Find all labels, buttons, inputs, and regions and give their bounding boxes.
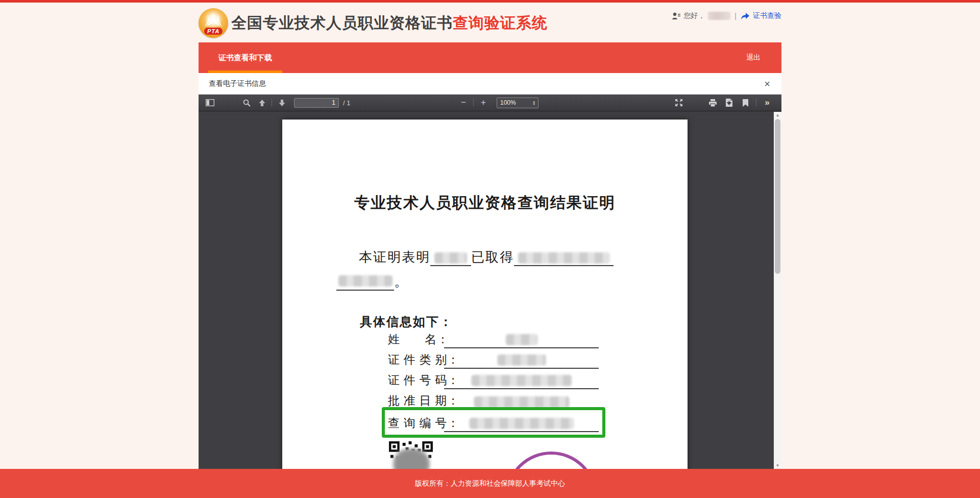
- redacted-qualification-continued: [336, 273, 394, 291]
- scroll-down-arrow-icon[interactable]: ▼: [774, 462, 781, 469]
- pta-logo: PTA: [199, 8, 228, 38]
- copyright-text: 版权所有：人力资源和社会保障部人事考试中心: [415, 479, 565, 488]
- more-tools-button[interactable]: »: [760, 97, 774, 109]
- search-button[interactable]: [239, 97, 254, 109]
- toolbar-separator: [473, 99, 474, 107]
- separator: |: [734, 12, 737, 20]
- document-intro-line1: 本证明表明已取得: [359, 248, 665, 266]
- pdf-viewport[interactable]: 专业技术人员职业资格查询结果证明 本证明表明已取得 。 具体信息如下： 姓 名：…: [199, 112, 774, 469]
- panel-title: 查看电子证书信息: [209, 79, 266, 88]
- toolbar-separator: [272, 99, 272, 107]
- previous-page-button[interactable]: [255, 97, 269, 109]
- redacted-value: [497, 354, 546, 366]
- download-button[interactable]: [722, 97, 736, 109]
- pdf-toolbar: / 1 − + 100% ▴▾: [199, 94, 781, 111]
- scrollbar-thumb[interactable]: [775, 119, 780, 274]
- zoom-out-button[interactable]: −: [456, 97, 471, 109]
- user-bar: 您好， | 证书查验: [672, 10, 781, 22]
- redacted-qualification-field: [514, 249, 614, 266]
- zoom-in-button[interactable]: +: [476, 97, 491, 109]
- user-name-redacted: [708, 12, 730, 20]
- qr-code: [389, 441, 433, 469]
- site-header: PTA 全国专业技术人员职业资格证书查询验证系统 您好， | 证书查验: [0, 3, 980, 42]
- logo-text: PTA: [204, 28, 223, 35]
- redacted-value: [474, 396, 569, 408]
- toolbar-right-group: »: [672, 97, 774, 109]
- toolbar-separator: [756, 99, 756, 107]
- field-underline: [444, 351, 599, 369]
- toolbar-zoom-group: − + 100% ▴▾: [456, 97, 538, 109]
- share-arrow-icon: [741, 12, 750, 20]
- zoom-level-select[interactable]: 100% ▴▾: [497, 98, 538, 108]
- redacted-value: [506, 334, 537, 345]
- official-seal-circle: [505, 452, 597, 469]
- toolbar-left-group: / 1: [203, 97, 350, 109]
- redacted-value: [338, 275, 393, 287]
- presentation-mode-button[interactable]: [672, 97, 686, 109]
- bookmark-button[interactable]: [738, 97, 752, 109]
- page-count-label: / 1: [343, 99, 350, 107]
- sidebar-toggle-button[interactable]: [203, 97, 217, 109]
- page-number-input[interactable]: [294, 98, 339, 108]
- brand: PTA 全国专业技术人员职业资格证书查询验证系统: [199, 6, 548, 40]
- user-icon: [672, 12, 680, 20]
- site-footer: 版权所有：人力资源和社会保障部人事考试中心: [0, 469, 980, 498]
- print-button[interactable]: [705, 97, 720, 109]
- pdf-page: 专业技术人员职业资格查询结果证明 本证明表明已取得 。 具体信息如下： 姓 名：…: [282, 120, 688, 469]
- vertical-scrollbar[interactable]: ▲ ▼: [774, 112, 781, 469]
- details-heading: 具体信息如下：: [360, 314, 453, 330]
- tab-label: 证书查看和下载: [218, 53, 272, 63]
- scroll-up-arrow-icon[interactable]: ▲: [774, 112, 781, 118]
- intro-prefix: 本证明表明: [359, 250, 430, 265]
- redacted-value: [434, 252, 467, 264]
- document-intro-line2: 。: [336, 273, 407, 291]
- intro-middle: 已取得: [471, 250, 514, 265]
- intro-period: 。: [394, 274, 407, 289]
- redacted-value: [471, 375, 572, 386]
- title-main: 全国专业技术人员职业资格证书: [231, 14, 453, 31]
- zoom-level-value: 100%: [500, 99, 516, 106]
- query-number-highlight-box: [382, 407, 605, 438]
- field-row-name: 姓 名：: [282, 330, 688, 350]
- redacted-name-field: [430, 249, 471, 266]
- main-navbar: 证书查看和下载 退出: [199, 42, 781, 73]
- title-accent: 查询验证系统: [453, 14, 548, 31]
- field-row-id-number: 证 件 号 码：: [282, 371, 688, 391]
- document-title: 专业技术人员职业资格查询结果证明: [282, 193, 688, 214]
- tab-cert-view-download[interactable]: 证书查看和下载: [208, 42, 282, 73]
- redacted-value: [518, 252, 610, 264]
- page-title: 全国专业技术人员职业资格证书查询验证系统: [231, 13, 548, 34]
- close-icon[interactable]: ×: [764, 79, 770, 89]
- field-row-id-type: 证 件 类 别：: [282, 350, 688, 371]
- greeting-label: 您好，: [683, 11, 705, 20]
- field-label: 姓 名：: [388, 331, 449, 347]
- field-underline: [444, 331, 599, 348]
- next-page-button[interactable]: [275, 97, 289, 109]
- logout-button[interactable]: 退出: [736, 42, 781, 73]
- field-underline: [444, 372, 599, 389]
- cert-verify-link[interactable]: 证书查验: [753, 11, 781, 20]
- panel-header: 查看电子证书信息 ×: [199, 73, 781, 94]
- select-arrows-icon: ▴▾: [533, 100, 535, 105]
- pdf-viewer: / 1 − + 100% ▴▾: [199, 94, 781, 469]
